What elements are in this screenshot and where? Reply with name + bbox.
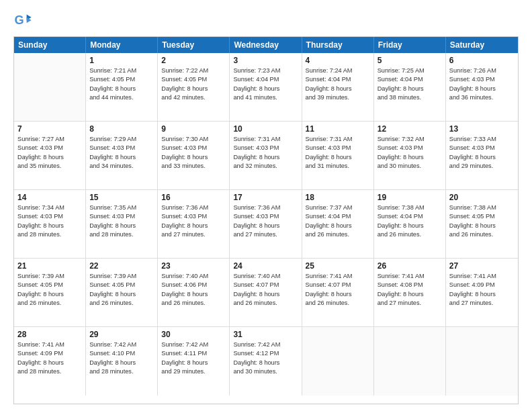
cell-info-line: Sunrise: 7:38 AM [378, 203, 442, 212]
cell-info-line: and 44 minutes. [89, 93, 154, 102]
cell-info-line: Sunset: 4:05 PM [89, 281, 154, 289]
cell-info-line: Sunset: 4:09 PM [449, 281, 515, 289]
cell-info-line: Daylight: 8 hours [161, 85, 226, 93]
day-number: 4 [306, 56, 370, 65]
cell-info-line: Sunrise: 7:34 AM [17, 203, 82, 212]
weekday-header: Sunday [14, 37, 86, 53]
cell-info-line: Sunset: 4:03 PM [17, 144, 82, 152]
cell-info-line: Sunset: 4:03 PM [378, 144, 442, 152]
cell-info-line: Sunrise: 7:23 AM [233, 66, 298, 75]
day-number: 17 [233, 193, 298, 202]
cell-info-line: and 26 minutes. [161, 299, 226, 308]
cell-info-line: Sunset: 4:03 PM [449, 144, 515, 152]
day-number: 27 [449, 261, 515, 271]
svg-text:G: G [14, 13, 24, 27]
day-number: 19 [378, 193, 442, 202]
calendar-cell: 13Sunrise: 7:33 AMSunset: 4:03 PMDayligh… [446, 122, 518, 189]
day-number: 28 [17, 330, 82, 339]
cell-info-line: and 34 minutes. [89, 162, 154, 171]
cell-info-line: and 39 minutes. [306, 93, 370, 102]
day-number: 10 [233, 124, 298, 134]
cell-info-line: Sunrise: 7:41 AM [449, 272, 515, 281]
day-number: 6 [449, 56, 515, 65]
cell-info-line: and 26 minutes. [306, 299, 370, 308]
cell-info-line: Sunrise: 7:37 AM [306, 203, 370, 212]
day-number: 2 [161, 56, 226, 65]
cell-info-line: and 27 minutes. [378, 299, 442, 308]
cell-info-line: Sunrise: 7:25 AM [378, 66, 442, 75]
cell-info-line: Daylight: 8 hours [17, 222, 82, 230]
cell-info-line: Daylight: 8 hours [306, 290, 370, 299]
cell-info-line: Sunset: 4:03 PM [161, 144, 226, 152]
day-number: 22 [89, 261, 154, 271]
cell-info-line: Daylight: 8 hours [378, 153, 442, 162]
cell-info-line: Daylight: 8 hours [17, 153, 82, 162]
cell-info-line: Daylight: 8 hours [449, 153, 515, 162]
day-number: 5 [378, 56, 442, 65]
cell-info-line: Sunset: 4:11 PM [161, 349, 226, 358]
cell-info-line: Daylight: 8 hours [89, 153, 154, 162]
cell-info-line: Sunrise: 7:31 AM [306, 135, 370, 144]
cell-info-line: Sunset: 4:07 PM [306, 281, 370, 289]
cell-info-line: Sunrise: 7:29 AM [89, 135, 154, 144]
cell-info-line: Sunrise: 7:30 AM [161, 135, 226, 144]
calendar-cell: 26Sunrise: 7:41 AMSunset: 4:08 PMDayligh… [374, 259, 446, 326]
day-number: 21 [17, 261, 82, 271]
calendar-cell [302, 327, 374, 396]
cell-info-line: Daylight: 8 hours [233, 359, 298, 367]
cell-info-line: Sunset: 4:04 PM [378, 75, 442, 84]
cell-info-line: Sunset: 4:10 PM [89, 349, 154, 358]
cell-info-line: and 28 minutes. [89, 230, 154, 239]
cell-info-line: Daylight: 8 hours [306, 85, 370, 93]
calendar: SundayMondayTuesdayWednesdayThursdayFrid… [13, 36, 519, 404]
calendar-row: 1Sunrise: 7:21 AMSunset: 4:05 PMDaylight… [14, 53, 518, 122]
cell-info-line: Sunrise: 7:42 AM [233, 340, 298, 349]
cell-info-line: Sunset: 4:05 PM [17, 281, 82, 289]
cell-info-line: Sunrise: 7:39 AM [17, 272, 82, 281]
logo: G [13, 11, 35, 30]
calendar-cell: 3Sunrise: 7:23 AMSunset: 4:04 PMDaylight… [230, 53, 302, 121]
cell-info-line: Daylight: 8 hours [89, 222, 154, 230]
calendar-cell: 31Sunrise: 7:42 AMSunset: 4:12 PMDayligh… [230, 327, 302, 396]
cell-info-line: Sunset: 4:05 PM [161, 75, 226, 84]
cell-info-line: and 29 minutes. [161, 367, 226, 376]
cell-info-line: Daylight: 8 hours [17, 359, 82, 367]
calendar-header: SundayMondayTuesdayWednesdayThursdayFrid… [14, 37, 518, 53]
calendar-cell: 1Sunrise: 7:21 AMSunset: 4:05 PMDaylight… [86, 53, 158, 121]
cell-info-line: Daylight: 8 hours [378, 290, 442, 299]
cell-info-line: Sunset: 4:03 PM [306, 144, 370, 152]
weekday-header: Friday [374, 37, 446, 53]
cell-info-line: Sunset: 4:04 PM [233, 75, 298, 84]
cell-info-line: Daylight: 8 hours [449, 85, 515, 93]
cell-info-line: Sunset: 4:03 PM [17, 212, 82, 221]
cell-info-line: Sunset: 4:05 PM [449, 212, 515, 221]
calendar-cell: 25Sunrise: 7:41 AMSunset: 4:07 PMDayligh… [302, 259, 374, 326]
cell-info-line: Sunset: 4:08 PM [378, 281, 442, 289]
cell-info-line: Sunrise: 7:33 AM [449, 135, 515, 144]
cell-info-line: and 33 minutes. [161, 162, 226, 171]
cell-info-line: and 27 minutes. [161, 230, 226, 239]
day-number: 15 [89, 193, 154, 202]
day-number: 26 [378, 261, 442, 271]
calendar-cell: 24Sunrise: 7:40 AMSunset: 4:07 PMDayligh… [230, 259, 302, 326]
cell-info-line: Sunset: 4:03 PM [89, 144, 154, 152]
day-number: 7 [17, 124, 82, 134]
cell-info-line: Daylight: 8 hours [233, 222, 298, 230]
cell-info-line: Sunrise: 7:31 AM [233, 135, 298, 144]
cell-info-line: and 35 minutes. [17, 162, 82, 171]
calendar-cell: 23Sunrise: 7:40 AMSunset: 4:06 PMDayligh… [158, 259, 230, 326]
calendar-cell: 2Sunrise: 7:22 AMSunset: 4:05 PMDaylight… [158, 53, 230, 121]
cell-info-line: Sunrise: 7:41 AM [17, 340, 82, 349]
cell-info-line: Sunset: 4:12 PM [233, 349, 298, 358]
cell-info-line: and 28 minutes. [17, 367, 82, 376]
cell-info-line: and 26 minutes. [89, 299, 154, 308]
cell-info-line: Sunrise: 7:41 AM [378, 272, 442, 281]
cell-info-line: Sunrise: 7:21 AM [89, 66, 154, 75]
cell-info-line: and 31 minutes. [306, 162, 370, 171]
cell-info-line: Daylight: 8 hours [161, 153, 226, 162]
cell-info-line: Sunrise: 7:42 AM [161, 340, 226, 349]
calendar-cell: 22Sunrise: 7:39 AMSunset: 4:05 PMDayligh… [86, 259, 158, 326]
cell-info-line: Sunrise: 7:22 AM [161, 66, 226, 75]
cell-info-line: and 26 minutes. [378, 230, 442, 239]
calendar-body: 1Sunrise: 7:21 AMSunset: 4:05 PMDaylight… [14, 53, 518, 396]
